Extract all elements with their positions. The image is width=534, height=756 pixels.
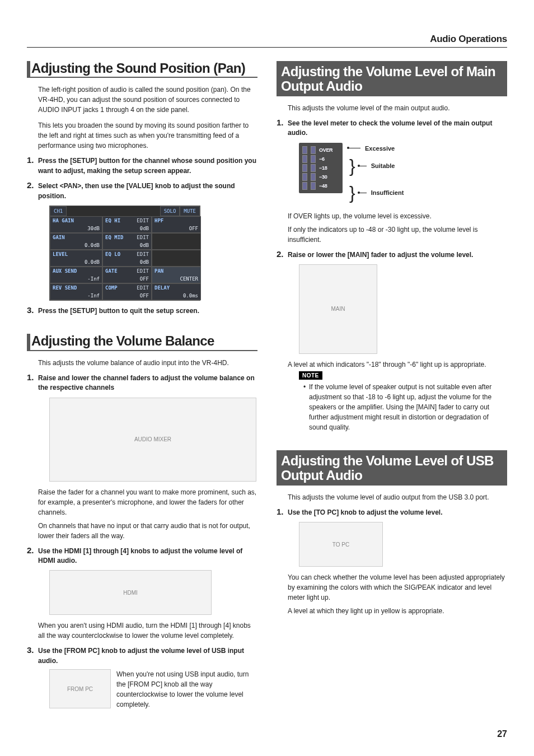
page-header: Audio Operations xyxy=(27,34,507,48)
usb-out-after-b: A level at which they light up in yellow… xyxy=(288,606,507,616)
setup-solo: SOLO xyxy=(160,206,180,216)
setup-ch-label: CH1 xyxy=(50,206,67,216)
usb-out-step-1: Use the [TO PC] knob to adjust the volum… xyxy=(288,508,507,517)
balance-after-2: When you aren't using HDMI audio, turn t… xyxy=(38,620,257,641)
level-meter-diagram: OVER −6 −18 −30 −48 Excessive }Suitable … xyxy=(299,143,507,206)
page-number: 27 xyxy=(497,729,507,739)
main-fader-label: MAIN xyxy=(331,306,345,312)
note-badge: NOTE xyxy=(299,371,322,380)
main-out-after-b: If only the indicators up to -48 or -30 … xyxy=(288,225,507,245)
legend-suitable: Suitable xyxy=(371,162,395,169)
legend-excessive: Excessive xyxy=(365,145,395,152)
to-pc-knob-illustration: TO PC xyxy=(299,522,383,567)
mixer-caption: AUDIO MIXER xyxy=(134,436,171,442)
hdmi-knobs-illustration: HDMI xyxy=(49,570,212,615)
setup-mute: MUTE xyxy=(180,206,200,216)
left-column: Adjusting the Sound Position (Pan) The l… xyxy=(27,61,257,715)
usb-out-after-a: You can check whether the volume level h… xyxy=(288,572,507,603)
from-pc-label: FROM PC xyxy=(67,686,93,692)
to-pc-label: TO PC xyxy=(332,542,349,548)
balance-after-1b: On channels that have no input or that c… xyxy=(38,521,257,541)
section-title-pan: Adjusting the Sound Position (Pan) xyxy=(27,61,257,78)
balance-after-1a: Raise the fader for a channel you want t… xyxy=(38,487,257,517)
main-out-after-a: If OVER lights up, the volume level is e… xyxy=(288,211,507,221)
section-title-balance: Adjusting the Volume Balance xyxy=(27,334,257,351)
pan-intro-1: The left-right position of audio is call… xyxy=(38,85,257,115)
main-out-step-2: Raise or lower the [MAIN] fader to adjus… xyxy=(288,250,507,260)
right-column: Adjusting the Volume Level of Main Outpu… xyxy=(277,61,507,715)
section-title-main-output: Adjusting the Volume Level of Main Outpu… xyxy=(277,61,507,96)
main-out-after-2: A level at which indicators "-18" throug… xyxy=(288,360,507,370)
legend-insufficient: Insufficient xyxy=(371,189,404,196)
audio-mixer-faders-illustration: AUDIO MIXER xyxy=(49,398,256,482)
balance-intro: This adjusts the volume balance of audio… xyxy=(38,358,257,368)
usb-out-intro: This adjusts the volume level of audio o… xyxy=(288,492,507,502)
note-bullet: If the volume level of speaker output is… xyxy=(303,382,507,432)
main-out-step-1: See the level meter to check the volume … xyxy=(288,119,507,138)
from-pc-knob-illustration: FROM PC xyxy=(49,669,111,708)
main-out-intro: This adjusts the volume level of the mai… xyxy=(288,103,507,113)
setup-screen-ch1: CH1 SOLO MUTE HA GAIN30dB EQ HIEDIT0dB H… xyxy=(49,206,200,301)
hdmi-label: HDMI xyxy=(123,590,138,596)
pan-intro-2: This lets you broaden the sound by movin… xyxy=(38,120,257,151)
pan-step-1: Press the [SETUP] button for the channel… xyxy=(38,156,257,176)
main-fader-illustration: MAIN xyxy=(299,264,377,354)
balance-step-3: Use the [FROM PC] knob to adjust the vol… xyxy=(38,646,257,666)
balance-after-3: When you're not using USB input audio, t… xyxy=(116,669,257,710)
pan-step-2: Select <PAN>, then use the [VALUE] knob … xyxy=(38,181,257,201)
balance-step-1: Raise and lower the channel faders to ad… xyxy=(38,374,257,393)
balance-step-2: Use the HDMI [1] through [4] knobs to ad… xyxy=(38,547,257,566)
section-title-usb-output: Adjusting the Volume Level of USB Output… xyxy=(277,450,507,486)
pan-step-3: Press the [SETUP] button to quit the set… xyxy=(38,306,257,316)
